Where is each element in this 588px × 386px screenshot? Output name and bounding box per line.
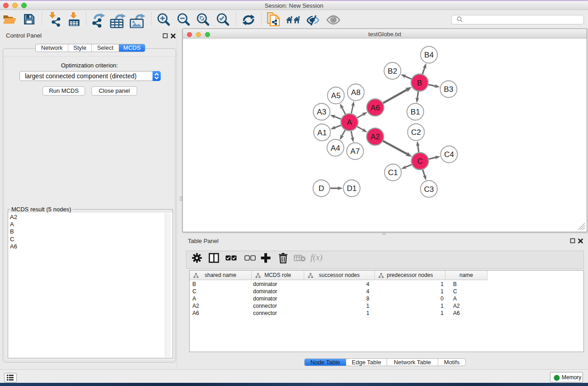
svg-text:D1: D1: [347, 184, 357, 193]
svg-text:B1: B1: [411, 108, 420, 116]
svg-text:C1: C1: [388, 168, 398, 177]
svg-text:C3: C3: [424, 185, 434, 194]
svg-text:A1: A1: [317, 129, 327, 137]
svg-text:A: A: [347, 118, 352, 127]
svg-text:B4: B4: [424, 51, 434, 59]
svg-text:B: B: [417, 79, 422, 87]
svg-text:B2: B2: [388, 67, 397, 76]
svg-text:A8: A8: [351, 88, 361, 97]
svg-text:C: C: [417, 157, 423, 166]
svg-text:A4: A4: [331, 144, 340, 152]
svg-text:A3: A3: [317, 108, 326, 116]
svg-text:A6: A6: [371, 104, 380, 112]
svg-text:A5: A5: [331, 91, 341, 100]
svg-text:C4: C4: [444, 150, 454, 159]
svg-text:D: D: [319, 184, 324, 193]
svg-text:A2: A2: [370, 133, 380, 141]
svg-text:C2: C2: [411, 128, 421, 137]
svg-text:B3: B3: [444, 85, 454, 94]
svg-text:A7: A7: [350, 147, 360, 156]
